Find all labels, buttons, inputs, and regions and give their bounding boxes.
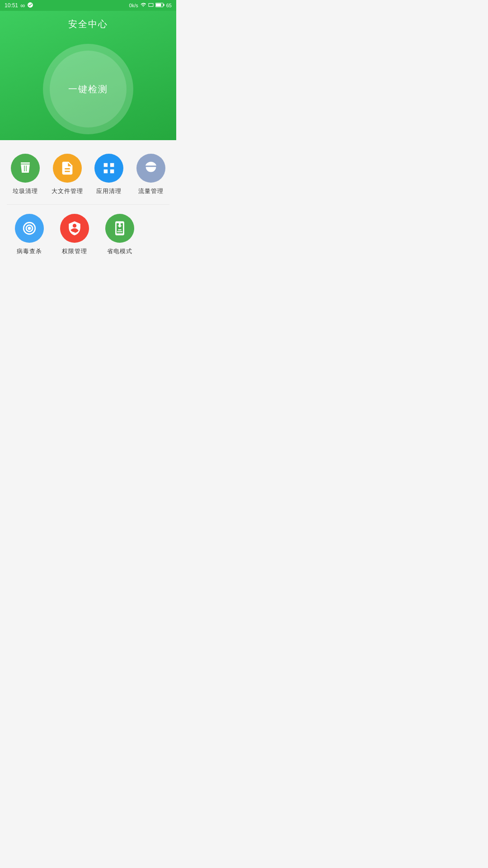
shield-icon (67, 221, 82, 236)
item-virus-scan[interactable]: 病毒查杀 (9, 214, 50, 255)
virus-scan-label: 病毒查杀 (17, 247, 42, 255)
tablet-icon (148, 2, 154, 9)
apps-icon (101, 160, 117, 176)
time-display: 10:51 (5, 2, 18, 9)
file-manage-icon-bg (53, 154, 82, 183)
top-section: 安全中心 一键检测 (0, 0, 176, 140)
infinity-icon: ∞ (20, 2, 25, 9)
item-permission[interactable]: 权限管理 (54, 214, 95, 255)
battery-level: 65 (166, 3, 172, 8)
status-left: 10:51 ∞ (5, 2, 33, 9)
check-icon (27, 2, 33, 9)
traffic-icon-bg (136, 154, 165, 183)
battery-save-icon-bg (105, 214, 134, 243)
app-clean-label: 应用清理 (96, 187, 122, 195)
scan-label: 一键检测 (68, 83, 108, 95)
battery-icon (155, 2, 164, 9)
bottom-section: 垃圾清理 大文件管理 应用清理 (0, 140, 176, 264)
trash-clean-icon-bg (11, 154, 40, 183)
file-icon (60, 160, 75, 176)
virus-icon (22, 221, 37, 236)
item-traffic-manage[interactable]: 流量管理 (133, 154, 169, 195)
permission-label: 权限管理 (62, 247, 87, 255)
item-battery-save[interactable]: 省电模式 (99, 214, 140, 255)
grid-row-2: 病毒查杀 权限管理 省电模式 (0, 209, 176, 260)
traffic-manage-label: 流量管理 (138, 187, 164, 195)
status-right: 0k/s 65 (129, 2, 172, 9)
clean-icon (18, 160, 33, 176)
battery-save-label: 省电模式 (107, 247, 132, 255)
permission-icon-bg (60, 214, 89, 243)
item-file-manage[interactable]: 大文件管理 (49, 154, 85, 195)
battery-save-icon (112, 221, 127, 236)
item-trash-clean[interactable]: 垃圾清理 (7, 154, 43, 195)
page-title: 安全中心 (68, 18, 108, 30)
file-manage-label: 大文件管理 (52, 187, 83, 195)
data-speed: 0k/s (129, 3, 138, 8)
app-clean-icon-bg (94, 154, 123, 183)
virus-scan-icon-bg (15, 214, 44, 243)
trash-clean-label: 垃圾清理 (13, 187, 38, 195)
grid-row-1: 垃圾清理 大文件管理 应用清理 (0, 149, 176, 200)
scan-button[interactable]: 一键检测 (43, 44, 133, 134)
svg-rect-1 (163, 4, 164, 6)
scan-circle-inner: 一键检测 (50, 51, 127, 127)
status-bar: 10:51 ∞ 0k/s 65 (0, 0, 176, 11)
item-app-clean[interactable]: 应用清理 (91, 154, 127, 195)
row-divider (7, 204, 169, 205)
traffic-icon (143, 160, 159, 176)
wifi-icon (140, 2, 146, 9)
svg-rect-2 (156, 4, 161, 6)
